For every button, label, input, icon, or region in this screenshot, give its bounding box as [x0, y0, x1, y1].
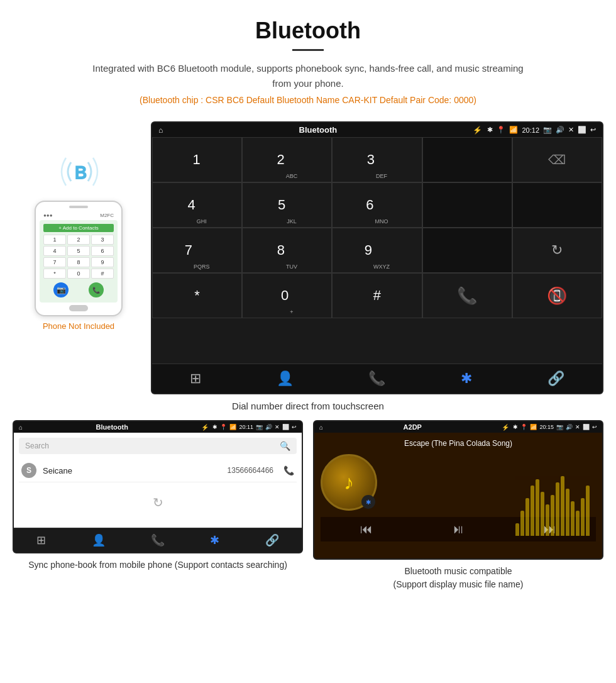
phone-key-6[interactable]: 6 — [91, 246, 114, 256]
bt-info: (Bluetooth chip : CSR BC6 Default Blueto… — [13, 95, 603, 105]
phonebook-status-bar: ⌂ Bluetooth ⚡ ✱ 📍 📶 20:11 📷 🔊 ✕ ⬜ ↩ — [14, 421, 302, 433]
phone-bottom-bar: 📷 📞 — [43, 279, 114, 299]
contact-avatar: S — [21, 463, 36, 478]
bottom-nav-bar: ⊞ 👤 📞 ✱ 🔗 — [152, 364, 602, 393]
pb-screen-title: Bluetooth — [26, 423, 197, 431]
key-9[interactable]: 9WXYZ — [332, 228, 422, 273]
vis-bar-2 — [520, 511, 524, 536]
pb-grid-icon[interactable]: ⊞ — [36, 533, 46, 547]
status-icons: ✱ 📍 📶 20:12 📷 🔊 ✕ ⬜ ↩ — [487, 126, 596, 134]
screen-title: Bluetooth — [168, 125, 468, 135]
phone-key-8[interactable]: 8 — [67, 257, 90, 267]
music-status-icons: ✱ 📍 📶 20:15 📷 🔊 ✕ ⬜ ↩ — [513, 424, 597, 430]
contact-name: Seicane — [43, 466, 221, 475]
music-home-icon[interactable]: ⌂ — [319, 424, 323, 431]
phonebook-screen-wrapper: ⌂ Bluetooth ⚡ ✱ 📍 📶 20:11 📷 🔊 ✕ ⬜ ↩ — [13, 420, 303, 591]
home-icon[interactable]: ⌂ — [158, 126, 163, 135]
music-caption: Bluetooth music compatible(Support displ… — [313, 565, 603, 591]
pb-bt-icon[interactable]: ✱ — [210, 533, 219, 547]
video-btn[interactable]: 📷 — [53, 282, 69, 297]
prev-track-icon[interactable]: ⏮ — [360, 522, 373, 536]
music-time: 20:15 — [539, 424, 554, 430]
phone-key-2[interactable]: 2 — [67, 235, 90, 245]
vis-bar-3 — [525, 498, 529, 536]
main-section: ʙ ●●● M2FC + Add to Contacts 1 2 3 — [0, 121, 616, 394]
time-display: 20:12 — [522, 126, 539, 134]
phonebook-caption: Sync phone-book from mobile phone (Suppo… — [13, 558, 303, 572]
call-btn[interactable]: 📞 — [89, 282, 104, 297]
music-screen-title: A2DP — [327, 423, 498, 431]
grid-icon[interactable]: ⊞ — [190, 370, 201, 387]
key-2[interactable]: 2ABC — [242, 137, 332, 182]
bluetooth-icon[interactable]: ✱ — [461, 370, 472, 387]
key-empty-1 — [422, 137, 512, 182]
phone-key-9[interactable]: 9 — [91, 257, 114, 267]
page-header: Bluetooth Integrated with BC6 Bluetooth … — [0, 0, 616, 121]
key-7[interactable]: 7PQRS — [152, 228, 242, 273]
key-6[interactable]: 6MNO — [332, 182, 422, 228]
contact-call-icon[interactable]: 📞 — [283, 465, 294, 475]
music-note-icon: ♪ — [344, 471, 354, 494]
search-icon[interactable]: 🔍 — [280, 441, 290, 451]
call-red-key[interactable]: 📵 — [512, 273, 602, 318]
phone-key-7[interactable]: 7 — [43, 257, 66, 267]
phone-key-5[interactable]: 5 — [67, 246, 90, 256]
phone-screen-title: + Add to Contacts — [43, 224, 114, 232]
main-caption: Dial number direct from touchscreen — [0, 401, 616, 411]
vis-bar-5 — [536, 479, 539, 536]
link-icon[interactable]: 🔗 — [547, 370, 564, 387]
key-4[interactable]: 4GHI — [152, 182, 242, 228]
key-8[interactable]: 8TUV — [242, 228, 332, 273]
phone-icon[interactable]: 📞 — [368, 370, 385, 387]
search-placeholder: Search — [25, 441, 49, 450]
vis-bar-15 — [586, 486, 590, 536]
backspace-key[interactable]: ⌫ — [512, 137, 602, 182]
svg-text:ʙ: ʙ — [74, 158, 87, 184]
pb-user-icon[interactable]: 👤 — [92, 533, 106, 547]
contacts-icon[interactable]: 👤 — [277, 370, 294, 387]
phone-key-0[interactable]: 0 — [67, 269, 90, 279]
sync-icon[interactable]: ↻ — [153, 496, 163, 509]
phone-home-button[interactable] — [69, 305, 88, 311]
bt-badge-icon: ✱ — [361, 495, 375, 509]
phone-screen-content: 1 2 3 4 5 6 7 8 9 * 0 # — [43, 235, 114, 279]
contact-number: 13566664466 — [228, 466, 273, 475]
music-screen: ⌂ A2DP ⚡ ✱ 📍 📶 20:15 📷 🔊 ✕ ⬜ ↩ Escape (T… — [313, 420, 603, 560]
vis-bar-9 — [556, 482, 559, 536]
vis-bar-8 — [551, 495, 554, 536]
phone-key-star[interactable]: * — [43, 269, 66, 279]
phone-key-hash[interactable]: # — [91, 269, 114, 279]
bt-waves-container: ʙ — [53, 147, 104, 197]
call-green-key[interactable]: 📞 — [422, 273, 512, 318]
pb-phone-icon[interactable]: 📞 — [151, 533, 165, 547]
music-visualizer — [515, 473, 590, 536]
vis-bar-11 — [566, 489, 569, 536]
bt-waves-icon: ʙ — [53, 147, 104, 197]
phone-key-4[interactable]: 4 — [43, 246, 66, 256]
key-hash[interactable]: # — [332, 273, 422, 318]
key-empty-4 — [422, 228, 512, 273]
vis-bar-4 — [531, 486, 534, 536]
phone-container: ʙ ●●● M2FC + Add to Contacts 1 2 3 — [13, 147, 145, 331]
contact-row: S Seicane 13566664466 📞 — [19, 459, 297, 482]
key-0[interactable]: 0+ — [242, 273, 332, 318]
refresh-key[interactable]: ↻ — [512, 228, 602, 273]
key-star[interactable]: * — [152, 273, 242, 318]
music-status-bar: ⌂ A2DP ⚡ ✱ 📍 📶 20:15 📷 🔊 ✕ ⬜ ↩ — [314, 421, 602, 433]
page-title: Bluetooth — [13, 18, 603, 44]
play-pause-icon[interactable]: ⏯ — [452, 522, 465, 536]
pb-link-icon[interactable]: 🔗 — [265, 533, 279, 547]
song-title: Escape (The Pina Colada Song) — [404, 439, 512, 448]
phonebook-content: Search 🔍 S Seicane 13566664466 📞 ↻ — [14, 433, 302, 528]
phonebook-bottom-nav: ⊞ 👤 📞 ✱ 🔗 — [14, 528, 302, 552]
key-3[interactable]: 3DEF — [332, 137, 422, 182]
pb-home-icon[interactable]: ⌂ — [19, 424, 23, 431]
search-bar[interactable]: Search 🔍 — [19, 438, 297, 454]
vis-bar-6 — [541, 492, 544, 536]
key-1[interactable]: 1 — [152, 137, 242, 182]
vis-bar-13 — [576, 511, 580, 536]
phone-key-1[interactable]: 1 — [43, 235, 66, 245]
phone-top-bar: ●●● M2FC — [40, 211, 118, 220]
key-5[interactable]: 5JKL — [242, 182, 332, 228]
phone-key-3[interactable]: 3 — [91, 235, 114, 245]
